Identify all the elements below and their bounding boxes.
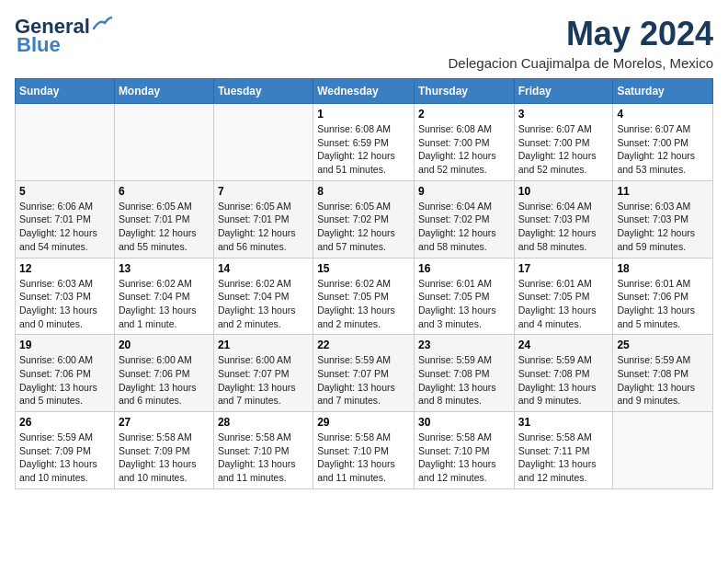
- day-number: 31: [518, 416, 609, 429]
- cell-content: Sunrise: 6:05 AM Sunset: 7:01 PM Dayligh…: [119, 200, 210, 254]
- week-row-1: 1Sunrise: 6:08 AM Sunset: 6:59 PM Daylig…: [16, 104, 713, 181]
- cell-content: Sunrise: 6:04 AM Sunset: 7:03 PM Dayligh…: [518, 200, 609, 254]
- calendar-cell: 4Sunrise: 6:07 AM Sunset: 7:00 PM Daylig…: [613, 104, 713, 181]
- day-number: 9: [418, 185, 510, 198]
- calendar-cell: [613, 412, 713, 489]
- calendar-cell: 11Sunrise: 6:03 AM Sunset: 7:03 PM Dayli…: [613, 180, 713, 258]
- calendar-cell: 5Sunrise: 6:06 AM Sunset: 7:01 PM Daylig…: [16, 180, 115, 258]
- calendar-cell: 3Sunrise: 6:07 AM Sunset: 7:00 PM Daylig…: [514, 104, 613, 181]
- logo: General Blue: [15, 15, 112, 57]
- col-header-thursday: Thursday: [414, 79, 514, 104]
- calendar-cell: 20Sunrise: 6:00 AM Sunset: 7:06 PM Dayli…: [114, 335, 213, 412]
- cell-content: Sunrise: 6:01 AM Sunset: 7:05 PM Dayligh…: [518, 277, 609, 331]
- day-number: 6: [119, 185, 210, 198]
- cell-content: Sunrise: 6:00 AM Sunset: 7:06 PM Dayligh…: [119, 353, 210, 408]
- calendar-cell: 1Sunrise: 6:08 AM Sunset: 6:59 PM Daylig…: [313, 104, 415, 181]
- calendar-cell: 26Sunrise: 5:59 AM Sunset: 7:09 PM Dayli…: [16, 412, 115, 489]
- calendar-cell: 18Sunrise: 6:01 AM Sunset: 7:06 PM Dayli…: [613, 258, 713, 335]
- title-area: May 2024 Delegacion Cuajimalpa de Morelo…: [449, 15, 713, 71]
- col-header-monday: Monday: [114, 79, 213, 104]
- calendar-cell: 23Sunrise: 5:59 AM Sunset: 7:08 PM Dayli…: [414, 335, 514, 412]
- day-number: 11: [617, 185, 709, 198]
- location-title: Delegacion Cuajimalpa de Morelos, Mexico: [449, 55, 713, 71]
- day-number: 26: [19, 416, 110, 429]
- day-number: 19: [19, 339, 110, 351]
- day-number: 12: [19, 262, 110, 275]
- day-number: 30: [418, 416, 510, 429]
- day-number: 18: [617, 262, 709, 275]
- day-number: 27: [119, 416, 210, 429]
- day-number: 7: [218, 185, 309, 198]
- cell-content: Sunrise: 5:58 AM Sunset: 7:10 PM Dayligh…: [418, 431, 510, 485]
- week-row-5: 26Sunrise: 5:59 AM Sunset: 7:09 PM Dayli…: [16, 412, 713, 489]
- col-header-saturday: Saturday: [613, 79, 713, 104]
- cell-content: Sunrise: 6:05 AM Sunset: 7:01 PM Dayligh…: [218, 200, 309, 254]
- cell-content: Sunrise: 5:58 AM Sunset: 7:10 PM Dayligh…: [218, 431, 309, 485]
- calendar-cell: 19Sunrise: 6:00 AM Sunset: 7:06 PM Dayli…: [16, 335, 115, 412]
- header-row: SundayMondayTuesdayWednesdayThursdayFrid…: [16, 79, 713, 104]
- calendar-cell: 31Sunrise: 5:58 AM Sunset: 7:11 PM Dayli…: [514, 412, 613, 489]
- logo-text-blue: Blue: [17, 33, 61, 57]
- day-number: 4: [617, 108, 709, 121]
- cell-content: Sunrise: 6:05 AM Sunset: 7:02 PM Dayligh…: [317, 200, 410, 254]
- cell-content: Sunrise: 6:08 AM Sunset: 7:00 PM Dayligh…: [418, 122, 510, 177]
- week-row-2: 5Sunrise: 6:06 AM Sunset: 7:01 PM Daylig…: [16, 180, 713, 258]
- cell-content: Sunrise: 6:01 AM Sunset: 7:06 PM Dayligh…: [617, 277, 709, 331]
- cell-content: Sunrise: 6:00 AM Sunset: 7:07 PM Dayligh…: [218, 353, 309, 408]
- calendar-cell: [213, 104, 313, 181]
- cell-content: Sunrise: 6:07 AM Sunset: 7:00 PM Dayligh…: [617, 122, 709, 177]
- cell-content: Sunrise: 5:58 AM Sunset: 7:09 PM Dayligh…: [119, 431, 210, 485]
- calendar-cell: 6Sunrise: 6:05 AM Sunset: 7:01 PM Daylig…: [114, 180, 213, 258]
- day-number: 2: [418, 108, 510, 121]
- col-header-friday: Friday: [514, 79, 613, 104]
- calendar-cell: 8Sunrise: 6:05 AM Sunset: 7:02 PM Daylig…: [313, 180, 415, 258]
- month-title: May 2024: [449, 15, 713, 53]
- cell-content: Sunrise: 6:02 AM Sunset: 7:04 PM Dayligh…: [119, 277, 210, 331]
- day-number: 16: [418, 262, 510, 275]
- day-number: 24: [518, 339, 609, 351]
- calendar-cell: 16Sunrise: 6:01 AM Sunset: 7:05 PM Dayli…: [414, 258, 514, 335]
- day-number: 15: [317, 262, 410, 275]
- day-number: 17: [518, 262, 609, 275]
- calendar-cell: 24Sunrise: 5:59 AM Sunset: 7:08 PM Dayli…: [514, 335, 613, 412]
- cell-content: Sunrise: 6:04 AM Sunset: 7:02 PM Dayligh…: [418, 200, 510, 254]
- day-number: 20: [119, 339, 210, 351]
- day-number: 28: [218, 416, 309, 429]
- calendar-cell: 30Sunrise: 5:58 AM Sunset: 7:10 PM Dayli…: [414, 412, 514, 489]
- calendar-cell: 14Sunrise: 6:02 AM Sunset: 7:04 PM Dayli…: [213, 258, 313, 335]
- day-number: 10: [518, 185, 609, 198]
- calendar-cell: 27Sunrise: 5:58 AM Sunset: 7:09 PM Dayli…: [114, 412, 213, 489]
- header: General Blue May 2024 Delegacion Cuajima…: [15, 15, 713, 71]
- day-number: 5: [19, 185, 110, 198]
- day-number: 29: [317, 416, 410, 429]
- calendar-cell: 21Sunrise: 6:00 AM Sunset: 7:07 PM Dayli…: [213, 335, 313, 412]
- cell-content: Sunrise: 6:06 AM Sunset: 7:01 PM Dayligh…: [19, 200, 110, 254]
- calendar-cell: [114, 104, 213, 181]
- col-header-sunday: Sunday: [16, 79, 115, 104]
- day-number: 14: [218, 262, 309, 275]
- day-number: 8: [317, 185, 410, 198]
- cell-content: Sunrise: 5:59 AM Sunset: 7:07 PM Dayligh…: [317, 353, 410, 408]
- calendar-cell: 10Sunrise: 6:04 AM Sunset: 7:03 PM Dayli…: [514, 180, 613, 258]
- calendar-table: SundayMondayTuesdayWednesdayThursdayFrid…: [15, 78, 713, 489]
- calendar-cell: 2Sunrise: 6:08 AM Sunset: 7:00 PM Daylig…: [414, 104, 514, 181]
- day-number: 13: [119, 262, 210, 275]
- logo-bird-icon: [92, 16, 112, 30]
- col-header-tuesday: Tuesday: [213, 79, 313, 104]
- calendar-cell: 17Sunrise: 6:01 AM Sunset: 7:05 PM Dayli…: [514, 258, 613, 335]
- calendar-cell: 13Sunrise: 6:02 AM Sunset: 7:04 PM Dayli…: [114, 258, 213, 335]
- calendar-cell: [16, 104, 115, 181]
- calendar-cell: 25Sunrise: 5:59 AM Sunset: 7:08 PM Dayli…: [613, 335, 713, 412]
- cell-content: Sunrise: 6:01 AM Sunset: 7:05 PM Dayligh…: [418, 277, 510, 331]
- week-row-3: 12Sunrise: 6:03 AM Sunset: 7:03 PM Dayli…: [16, 258, 713, 335]
- day-number: 22: [317, 339, 410, 351]
- calendar-cell: 28Sunrise: 5:58 AM Sunset: 7:10 PM Dayli…: [213, 412, 313, 489]
- calendar-cell: 15Sunrise: 6:02 AM Sunset: 7:05 PM Dayli…: [313, 258, 415, 335]
- calendar-cell: 12Sunrise: 6:03 AM Sunset: 7:03 PM Dayli…: [16, 258, 115, 335]
- calendar-cell: 7Sunrise: 6:05 AM Sunset: 7:01 PM Daylig…: [213, 180, 313, 258]
- cell-content: Sunrise: 6:03 AM Sunset: 7:03 PM Dayligh…: [617, 200, 709, 254]
- cell-content: Sunrise: 5:58 AM Sunset: 7:10 PM Dayligh…: [317, 431, 410, 485]
- day-number: 1: [317, 108, 410, 121]
- cell-content: Sunrise: 6:07 AM Sunset: 7:00 PM Dayligh…: [518, 122, 609, 177]
- day-number: 23: [418, 339, 510, 351]
